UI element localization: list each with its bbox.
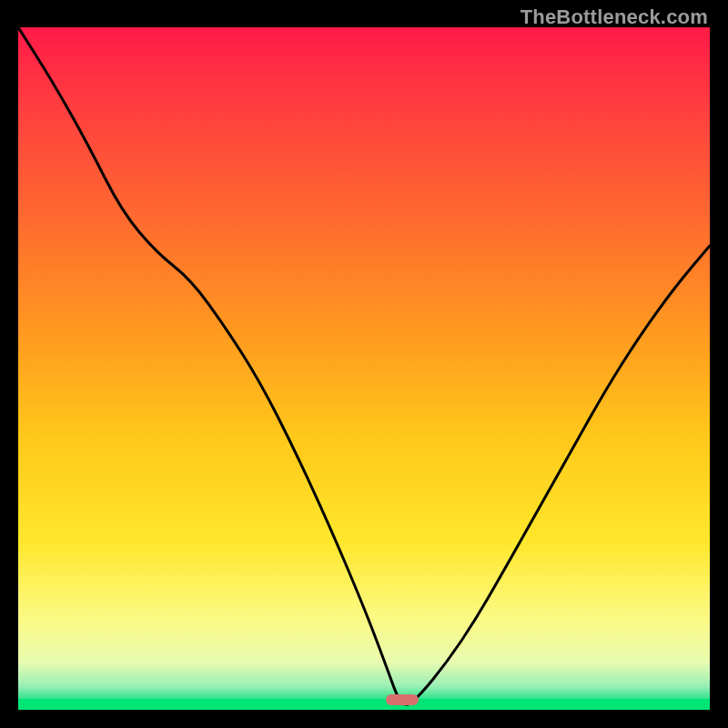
gradient-background xyxy=(18,27,710,710)
plot-area xyxy=(18,27,710,710)
svg-rect-0 xyxy=(18,27,710,710)
watermark-text: TheBottleneck.com xyxy=(521,5,708,29)
baseline-band xyxy=(18,699,710,710)
optimal-marker xyxy=(386,694,419,705)
chart-frame: TheBottleneck.com xyxy=(0,0,728,728)
